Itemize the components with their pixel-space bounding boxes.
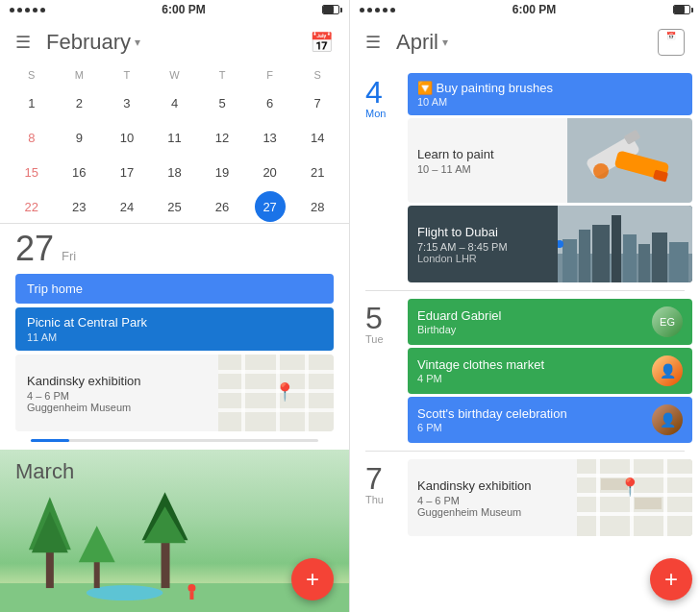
event-learn-paint-info: Learn to paint 10 – 11 AM — [408, 118, 504, 203]
agenda-date-col-5: 5 Tue — [350, 291, 408, 451]
cal-day-5[interactable]: 5 — [198, 86, 246, 119]
event-kandinsky-left[interactable]: Kandinsky exhibition 4 – 6 PM Guggenheim… — [15, 355, 334, 431]
cal-day-11[interactable]: 11 — [151, 121, 199, 154]
svg-rect-26 — [652, 233, 667, 282]
selected-day-name: Fri — [62, 249, 76, 263]
agenda-scroll[interactable]: 4 Mon 🔽 Buy painting brushes 10 AM Learn… — [350, 65, 700, 612]
cal-day-22[interactable]: 22 — [8, 190, 56, 223]
map-illustration-right: 📍 — [577, 459, 692, 536]
left-panel: 6:00 PM ☰ February ▾ 📅 S M T W T F S 1 2 — [0, 0, 350, 612]
cal-day-4[interactable]: 4 — [151, 86, 199, 119]
event-learn-paint[interactable]: Learn to paint 10 – 11 AM — [408, 118, 692, 203]
event-vintage-title: Vintage clothes market — [417, 357, 544, 372]
agenda-day-7: 7 Thu Kandinsky exhibition 4 – 6 PM Gugg… — [350, 452, 700, 544]
event-picnic[interactable]: Picnic at Central Park 11 AM — [15, 307, 334, 351]
agenda-date-num-7: 7 — [365, 463, 383, 494]
cal-day-23[interactable]: 23 — [56, 190, 104, 223]
cal-day-8[interactable]: 8 — [8, 121, 56, 154]
cal-day-24[interactable]: 24 — [103, 190, 151, 223]
map-thumbnail-left: 📍 — [218, 355, 334, 431]
cal-day-20[interactable]: 20 — [246, 156, 294, 188]
event-flight-loc: London LHR — [417, 253, 508, 264]
agenda-day-4: 4 Mon 🔽 Buy painting brushes 10 AM Learn… — [350, 65, 700, 290]
svg-rect-7 — [162, 535, 170, 588]
cal-day-27-today[interactable]: 27 — [255, 191, 286, 222]
left-header: ☰ February ▾ 📅 — [0, 19, 349, 65]
dubai-illustration — [558, 206, 692, 282]
event-learn-paint-time: 10 – 11 AM — [417, 163, 494, 175]
cal-day-3[interactable]: 3 — [103, 86, 151, 119]
agenda-date-col-4: 4 Mon — [350, 65, 408, 290]
event-kandinsky-left-title: Kandinsky exhibition — [27, 374, 207, 388]
event-eduard[interactable]: Eduard Gabriel Birthday EG — [408, 299, 692, 345]
event-scott-title: Scott's birthday celebration — [417, 406, 567, 421]
cal-day-7[interactable]: 7 — [293, 86, 341, 119]
flight-thumbnail — [558, 206, 692, 282]
cal-day-9[interactable]: 9 — [56, 121, 104, 154]
cal-day-6[interactable]: 6 — [246, 86, 294, 119]
cal-day-12[interactable]: 12 — [198, 121, 246, 154]
signal-dot-1 — [10, 8, 14, 12]
cal-day-15[interactable]: 15 — [8, 156, 56, 188]
event-kandinsky-right-time: 4 – 6 PM — [417, 495, 567, 506]
event-kandinsky-left-time: 4 – 6 PM — [27, 390, 207, 402]
agenda-events-col-5: Eduard Gabriel Birthday EG Vintage cloth… — [408, 291, 700, 451]
menu-icon[interactable]: ☰ — [15, 32, 31, 53]
cal-day-10[interactable]: 10 — [103, 121, 151, 154]
right-month-dropdown-arrow: ▾ — [442, 36, 448, 49]
right-header: ☰ April ▾ 📅 — [350, 19, 700, 65]
cal-day-17[interactable]: 17 — [103, 156, 151, 188]
calendar-chip-icon: 📅 — [659, 32, 684, 40]
svg-rect-5 — [94, 559, 100, 588]
calendar-chip[interactable]: 📅 — [658, 29, 685, 56]
right-signal-dot-1 — [360, 8, 364, 12]
day-header-s: S — [8, 65, 56, 85]
march-preview: March + — [0, 450, 349, 612]
calendar-days: 1 2 3 4 5 6 7 8 9 10 11 12 13 14 15 16 1… — [8, 86, 341, 223]
event-kandinsky-left-info: Kandinsky exhibition 4 – 6 PM Guggenheim… — [15, 355, 218, 431]
cal-day-16[interactable]: 16 — [56, 156, 104, 188]
day-headers: S M T W T F S — [8, 65, 341, 85]
event-vintage[interactable]: Vintage clothes market 4 PM 👤 — [408, 348, 692, 394]
agenda-events-col-7: Kandinsky exhibition 4 – 6 PM Guggenheim… — [408, 452, 700, 544]
svg-rect-24 — [623, 234, 637, 282]
right-month-selector[interactable]: April ▾ — [396, 30, 448, 55]
event-kandinsky-right[interactable]: Kandinsky exhibition 4 – 6 PM Guggenheim… — [408, 459, 692, 536]
cal-day-13[interactable]: 13 — [246, 121, 294, 154]
event-scott[interactable]: Scott's birthday celebration 6 PM 👤 — [408, 397, 692, 443]
signal-dot-4 — [33, 8, 38, 12]
day-header-w: W — [151, 65, 199, 85]
calendar-icon[interactable]: 📅 — [310, 31, 334, 54]
event-list: Trip home Picnic at Central Park 11 AM K… — [15, 274, 334, 431]
event-flight-dubai[interactable]: Flight to Dubai 7:15 AM – 8:45 PM London… — [408, 206, 692, 282]
svg-rect-33 — [596, 459, 600, 536]
agenda-date-col-7: 7 Thu — [350, 452, 408, 544]
cal-day-26[interactable]: 26 — [198, 190, 246, 223]
svg-rect-11 — [189, 592, 193, 600]
right-month-label: April — [396, 30, 438, 55]
svg-rect-21 — [579, 230, 590, 282]
cal-day-18[interactable]: 18 — [151, 156, 199, 188]
cal-day-25[interactable]: 25 — [151, 190, 199, 223]
cal-day-19[interactable]: 19 — [198, 156, 246, 188]
event-buy-brushes-time: 10 AM — [417, 96, 553, 108]
map-thumbnail-right: 📍 — [577, 459, 692, 536]
cal-day-21[interactable]: 21 — [293, 156, 341, 188]
event-eduard-title: Eduard Gabriel — [417, 308, 501, 323]
cal-day-28[interactable]: 28 — [293, 190, 341, 223]
right-menu-icon[interactable]: ☰ — [365, 32, 381, 53]
left-time: 6:00 PM — [45, 3, 322, 16]
fab-button-left[interactable]: + — [291, 558, 334, 600]
event-picnic-time: 11 AM — [27, 331, 322, 343]
cal-day-1[interactable]: 1 — [8, 86, 56, 119]
event-buy-brushes[interactable]: 🔽 Buy painting brushes 10 AM — [408, 73, 692, 115]
right-header-chip[interactable]: 📅 — [658, 29, 685, 56]
cal-day-2[interactable]: 2 — [56, 86, 104, 119]
month-selector[interactable]: February ▾ — [46, 30, 140, 55]
event-trip-home[interactable]: Trip home — [15, 274, 334, 304]
fab-button-right[interactable]: + — [650, 558, 692, 600]
day-header-s2: S — [293, 65, 341, 85]
event-flight-time: 7:15 AM – 8:45 PM — [417, 241, 508, 253]
svg-rect-20 — [562, 239, 577, 282]
cal-day-14[interactable]: 14 — [293, 121, 341, 154]
